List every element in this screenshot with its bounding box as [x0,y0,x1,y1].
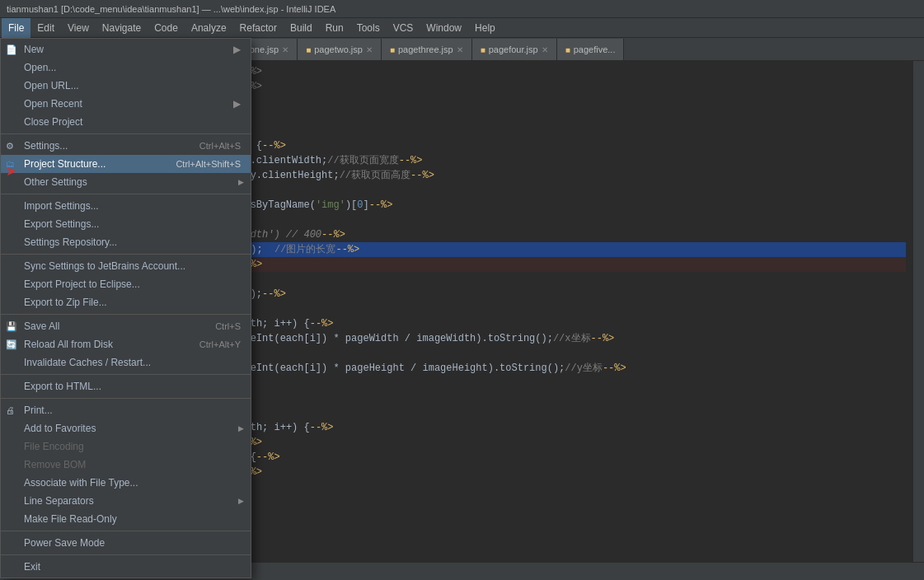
new-icon: 📄 [6,44,17,55]
submenu-arrow-recent: ▶ [233,98,241,110]
menu-item-add-favorites[interactable]: Add to Favorites [1,419,251,437]
print-icon: 🖨 [6,405,15,415]
menu-item-open-url[interactable]: Open URL... [1,77,251,95]
menu-item-invalidate-caches[interactable]: Invalidate Caches / Restart... [1,353,251,372]
file-dropdown-menu: 📄 New▶ Open... Open URL... Open Recent▶ … [0,38,251,578]
menu-window[interactable]: Window [420,18,468,38]
tab-close-pagefour[interactable]: ✕ [542,45,548,54]
menu-item-save-all[interactable]: 💾 Save AllCtrl+S [1,317,251,335]
settings-icon: ⚙ [6,141,14,152]
menu-item-power-save[interactable]: Power Save Mode [1,534,251,552]
menu-item-reload-all[interactable]: 🔄 Reload All from DiskCtrl+Alt+Y [1,335,251,353]
settings-shortcut: Ctrl+Alt+S [199,141,241,151]
jsp-icon-3: ■ [306,45,311,54]
title-bar: tianmushan1 [D:\code_menu\idea\tianmusha… [0,0,924,18]
menu-item-export-html[interactable]: Export to HTML... [1,377,251,395]
menu-item-sync-settings[interactable]: Sync Settings to JetBrains Account... [1,257,251,275]
submenu-arrow: ▶ [233,44,241,55]
menu-vcs[interactable]: VCS [387,18,420,38]
menu-tools[interactable]: Tools [350,18,387,38]
jsp-icon-6: ■ [565,45,570,54]
menu-item-open[interactable]: Open... [1,58,251,77]
separator-2 [1,194,251,194]
menu-item-file-encoding: File Encoding [1,437,251,456]
separator-8 [1,554,251,555]
save-icon: 💾 [6,321,17,332]
menu-view[interactable]: View [61,18,96,38]
project-structure-shortcut: Ctrl+Alt+Shift+S [176,159,241,169]
menu-navigate[interactable]: Navigate [96,18,148,38]
tab-close-pageone[interactable]: ✕ [282,45,288,54]
jsp-icon-4: ■ [390,45,395,54]
menu-build[interactable]: Build [284,18,319,38]
tab-label: pagetwo.jsp [314,44,363,54]
menu-item-close-project[interactable]: Close Project [1,113,251,131]
menu-bar: File Edit View Navigate Code Analyze Ref… [0,18,924,38]
menu-item-other-settings[interactable]: Other Settings [1,173,251,191]
reload-shortcut: Ctrl+Alt+Y [199,339,241,349]
jsp-icon-5: ■ [481,45,485,54]
separator-1 [1,133,251,134]
separator-5 [1,374,251,375]
menu-edit[interactable]: Edit [30,18,61,38]
reload-icon: 🔄 [6,339,17,350]
menu-item-make-read-only[interactable]: Make File Read-Only [1,510,251,528]
menu-item-project-structure[interactable]: 🗂 ➤ Project Structure...Ctrl+Alt+Shift+S [1,155,251,173]
menu-item-export-settings[interactable]: Export Settings... [1,215,251,233]
tab-label: pagethree.jsp [398,44,453,54]
menu-item-new[interactable]: 📄 New▶ [1,40,251,58]
menu-refactor[interactable]: Refactor [233,18,284,38]
separator-3 [1,254,251,255]
menu-help[interactable]: Help [468,18,502,38]
scrollbar[interactable] [912,61,924,580]
menu-item-exit[interactable]: Exit [1,558,251,576]
menu-item-export-eclipse[interactable]: Export Project to Eclipse... [1,275,251,293]
menu-item-export-zip[interactable]: Export to Zip File... [1,293,251,311]
tab-pagefive-jsp[interactable]: ■ pagefive... [557,39,625,60]
menu-item-line-separators[interactable]: Line Separators [1,492,251,510]
menu-item-import-settings[interactable]: Import Settings... [1,197,251,215]
menu-file[interactable]: File [2,18,30,38]
tab-pagefour-jsp[interactable]: ■ pagefour.jsp ✕ [472,39,557,60]
save-shortcut: Ctrl+S [215,321,241,331]
tab-close-pagethree[interactable]: ✕ [457,45,463,54]
menu-code[interactable]: Code [148,18,185,38]
separator-7 [1,531,251,531]
menu-analyze[interactable]: Analyze [185,18,233,38]
separator-6 [1,398,251,399]
tab-pagetwo-jsp[interactable]: ■ pagetwo.jsp ✕ [298,39,382,60]
menu-item-settings[interactable]: ⚙ Settings...Ctrl+Alt+S [1,137,251,155]
menu-run[interactable]: Run [319,18,350,38]
menu-item-associate-file-type[interactable]: Associate with File Type... [1,474,251,492]
tab-close-pagetwo[interactable]: ✕ [366,45,373,54]
title-text: tianmushan1 [D:\code_menu\idea\tianmusha… [7,4,335,14]
tab-label: pagefive... [574,44,616,54]
menu-item-print[interactable]: 🖨 Print... [1,401,251,419]
menu-item-open-recent[interactable]: Open Recent▶ [1,95,251,113]
menu-item-remove-bom: Remove BOM [1,456,251,474]
tab-pagethree-jsp[interactable]: ■ pagethree.jsp ✕ [382,39,472,60]
separator-4 [1,314,251,315]
menu-item-settings-repository[interactable]: Settings Repository... [1,233,251,251]
tab-label: pagefour.jsp [489,44,538,54]
